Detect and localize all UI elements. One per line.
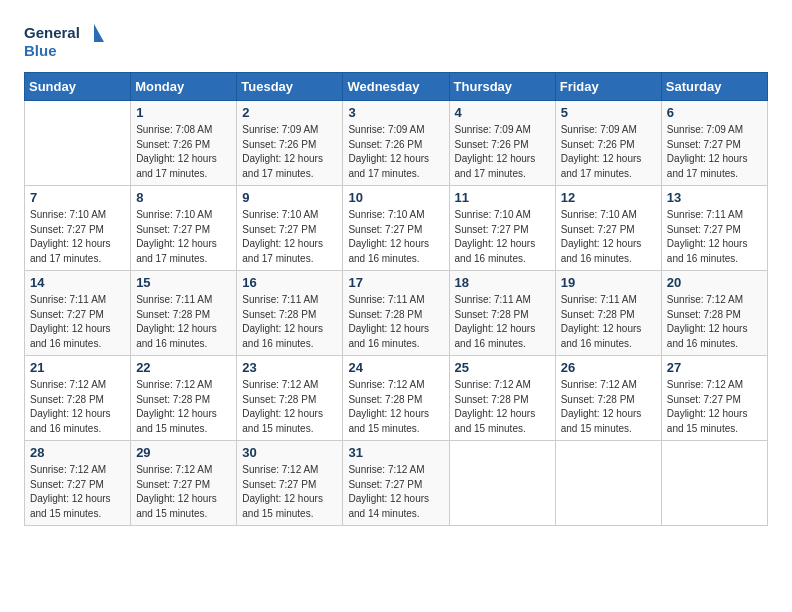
day-number: 9 [242,190,337,205]
day-info: Sunrise: 7:10 AM Sunset: 7:27 PM Dayligh… [348,208,443,266]
day-number: 16 [242,275,337,290]
calendar-cell: 15Sunrise: 7:11 AM Sunset: 7:28 PM Dayli… [131,271,237,356]
calendar-cell: 27Sunrise: 7:12 AM Sunset: 7:27 PM Dayli… [661,356,767,441]
svg-text:Blue: Blue [24,42,57,59]
calendar-cell: 18Sunrise: 7:11 AM Sunset: 7:28 PM Dayli… [449,271,555,356]
day-info: Sunrise: 7:10 AM Sunset: 7:27 PM Dayligh… [242,208,337,266]
day-number: 17 [348,275,443,290]
svg-marker-2 [94,24,104,42]
calendar-cell: 16Sunrise: 7:11 AM Sunset: 7:28 PM Dayli… [237,271,343,356]
calendar-cell: 3Sunrise: 7:09 AM Sunset: 7:26 PM Daylig… [343,101,449,186]
day-number: 8 [136,190,231,205]
calendar-cell: 29Sunrise: 7:12 AM Sunset: 7:27 PM Dayli… [131,441,237,526]
calendar-cell: 19Sunrise: 7:11 AM Sunset: 7:28 PM Dayli… [555,271,661,356]
day-number: 18 [455,275,550,290]
day-info: Sunrise: 7:11 AM Sunset: 7:28 PM Dayligh… [136,293,231,351]
calendar-cell: 25Sunrise: 7:12 AM Sunset: 7:28 PM Dayli… [449,356,555,441]
calendar-week-row: 21Sunrise: 7:12 AM Sunset: 7:28 PM Dayli… [25,356,768,441]
day-number: 20 [667,275,762,290]
weekday-header: Tuesday [237,73,343,101]
calendar-cell: 8Sunrise: 7:10 AM Sunset: 7:27 PM Daylig… [131,186,237,271]
day-number: 25 [455,360,550,375]
day-info: Sunrise: 7:12 AM Sunset: 7:28 PM Dayligh… [30,378,125,436]
calendar-cell: 7Sunrise: 7:10 AM Sunset: 7:27 PM Daylig… [25,186,131,271]
calendar-cell: 30Sunrise: 7:12 AM Sunset: 7:27 PM Dayli… [237,441,343,526]
calendar-week-row: 14Sunrise: 7:11 AM Sunset: 7:27 PM Dayli… [25,271,768,356]
calendar-cell: 21Sunrise: 7:12 AM Sunset: 7:28 PM Dayli… [25,356,131,441]
day-number: 4 [455,105,550,120]
day-info: Sunrise: 7:10 AM Sunset: 7:27 PM Dayligh… [136,208,231,266]
day-info: Sunrise: 7:12 AM Sunset: 7:27 PM Dayligh… [30,463,125,521]
weekday-header: Monday [131,73,237,101]
day-info: Sunrise: 7:10 AM Sunset: 7:27 PM Dayligh… [30,208,125,266]
day-number: 30 [242,445,337,460]
day-info: Sunrise: 7:09 AM Sunset: 7:26 PM Dayligh… [455,123,550,181]
calendar-cell: 31Sunrise: 7:12 AM Sunset: 7:27 PM Dayli… [343,441,449,526]
day-info: Sunrise: 7:12 AM Sunset: 7:28 PM Dayligh… [348,378,443,436]
calendar-table: SundayMondayTuesdayWednesdayThursdayFrid… [24,72,768,526]
calendar-cell: 23Sunrise: 7:12 AM Sunset: 7:28 PM Dayli… [237,356,343,441]
day-number: 14 [30,275,125,290]
calendar-cell: 11Sunrise: 7:10 AM Sunset: 7:27 PM Dayli… [449,186,555,271]
calendar-cell: 28Sunrise: 7:12 AM Sunset: 7:27 PM Dayli… [25,441,131,526]
day-number: 21 [30,360,125,375]
day-info: Sunrise: 7:10 AM Sunset: 7:27 PM Dayligh… [561,208,656,266]
calendar-cell [449,441,555,526]
calendar-cell [661,441,767,526]
weekday-header: Thursday [449,73,555,101]
day-number: 6 [667,105,762,120]
day-info: Sunrise: 7:08 AM Sunset: 7:26 PM Dayligh… [136,123,231,181]
calendar-cell [25,101,131,186]
weekday-header: Saturday [661,73,767,101]
day-info: Sunrise: 7:11 AM Sunset: 7:27 PM Dayligh… [30,293,125,351]
day-number: 15 [136,275,231,290]
day-number: 5 [561,105,656,120]
day-number: 29 [136,445,231,460]
day-info: Sunrise: 7:09 AM Sunset: 7:26 PM Dayligh… [348,123,443,181]
calendar-cell: 17Sunrise: 7:11 AM Sunset: 7:28 PM Dayli… [343,271,449,356]
day-number: 12 [561,190,656,205]
calendar-cell: 9Sunrise: 7:10 AM Sunset: 7:27 PM Daylig… [237,186,343,271]
calendar-week-row: 1Sunrise: 7:08 AM Sunset: 7:26 PM Daylig… [25,101,768,186]
weekday-header: Friday [555,73,661,101]
day-number: 10 [348,190,443,205]
day-number: 23 [242,360,337,375]
day-number: 27 [667,360,762,375]
day-info: Sunrise: 7:12 AM Sunset: 7:28 PM Dayligh… [667,293,762,351]
calendar-cell: 26Sunrise: 7:12 AM Sunset: 7:28 PM Dayli… [555,356,661,441]
day-number: 11 [455,190,550,205]
svg-text:General: General [24,24,80,41]
calendar-cell: 24Sunrise: 7:12 AM Sunset: 7:28 PM Dayli… [343,356,449,441]
day-number: 2 [242,105,337,120]
day-info: Sunrise: 7:11 AM Sunset: 7:27 PM Dayligh… [667,208,762,266]
day-info: Sunrise: 7:11 AM Sunset: 7:28 PM Dayligh… [455,293,550,351]
page-header: General Blue [24,20,768,64]
day-info: Sunrise: 7:10 AM Sunset: 7:27 PM Dayligh… [455,208,550,266]
calendar-cell: 4Sunrise: 7:09 AM Sunset: 7:26 PM Daylig… [449,101,555,186]
day-info: Sunrise: 7:11 AM Sunset: 7:28 PM Dayligh… [561,293,656,351]
day-number: 1 [136,105,231,120]
day-number: 3 [348,105,443,120]
day-info: Sunrise: 7:09 AM Sunset: 7:26 PM Dayligh… [242,123,337,181]
calendar-week-row: 28Sunrise: 7:12 AM Sunset: 7:27 PM Dayli… [25,441,768,526]
day-number: 13 [667,190,762,205]
day-info: Sunrise: 7:12 AM Sunset: 7:28 PM Dayligh… [242,378,337,436]
day-number: 7 [30,190,125,205]
calendar-cell: 13Sunrise: 7:11 AM Sunset: 7:27 PM Dayli… [661,186,767,271]
calendar-cell [555,441,661,526]
calendar-cell: 5Sunrise: 7:09 AM Sunset: 7:26 PM Daylig… [555,101,661,186]
calendar-header: SundayMondayTuesdayWednesdayThursdayFrid… [25,73,768,101]
day-info: Sunrise: 7:12 AM Sunset: 7:28 PM Dayligh… [136,378,231,436]
day-info: Sunrise: 7:12 AM Sunset: 7:27 PM Dayligh… [242,463,337,521]
day-info: Sunrise: 7:12 AM Sunset: 7:28 PM Dayligh… [455,378,550,436]
calendar-cell: 12Sunrise: 7:10 AM Sunset: 7:27 PM Dayli… [555,186,661,271]
day-info: Sunrise: 7:11 AM Sunset: 7:28 PM Dayligh… [242,293,337,351]
day-info: Sunrise: 7:12 AM Sunset: 7:27 PM Dayligh… [136,463,231,521]
day-info: Sunrise: 7:11 AM Sunset: 7:28 PM Dayligh… [348,293,443,351]
calendar-cell: 2Sunrise: 7:09 AM Sunset: 7:26 PM Daylig… [237,101,343,186]
day-info: Sunrise: 7:12 AM Sunset: 7:27 PM Dayligh… [667,378,762,436]
day-info: Sunrise: 7:09 AM Sunset: 7:27 PM Dayligh… [667,123,762,181]
day-info: Sunrise: 7:12 AM Sunset: 7:28 PM Dayligh… [561,378,656,436]
day-number: 26 [561,360,656,375]
calendar-cell: 1Sunrise: 7:08 AM Sunset: 7:26 PM Daylig… [131,101,237,186]
